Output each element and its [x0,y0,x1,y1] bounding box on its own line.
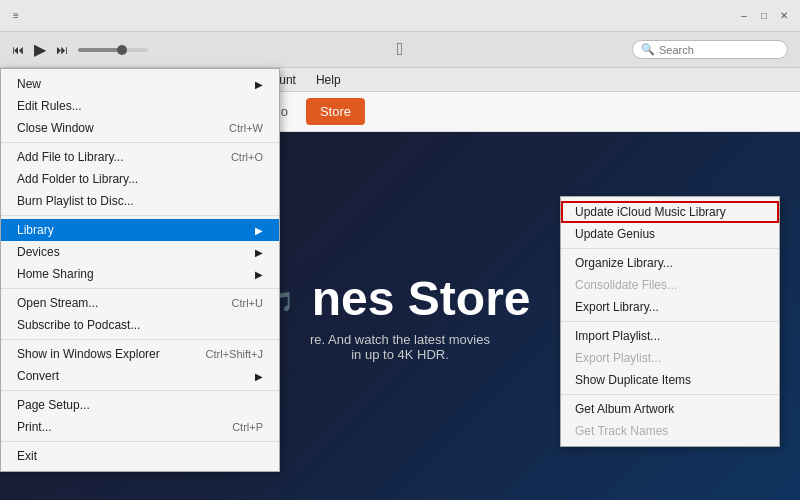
minimize-button[interactable]: – [736,8,752,24]
submenu-get-album-artwork[interactable]: Get Album Artwork [561,398,779,420]
volume-slider[interactable] [78,48,148,52]
tab-store[interactable]: Store [306,98,365,125]
store-subtext: re. And watch the latest movies [269,332,530,347]
maximize-button[interactable]: □ [756,8,772,24]
search-box: 🔍 [632,40,788,59]
title-bar-controls: ≡ [8,8,24,24]
submenu-consolidate-files: Consolidate Files... [561,274,779,296]
file-menu: New▶ Edit Rules... Close WindowCtrl+W Ad… [0,68,280,472]
search-icon: 🔍 [641,43,655,56]
volume-thumb [117,45,127,55]
submenu-show-duplicate[interactable]: Show Duplicate Items [561,369,779,391]
apple-logo:  [397,39,404,60]
submenu-organize-library[interactable]: Organize Library... [561,252,779,274]
search-input[interactable] [659,44,779,56]
submenu-update-icloud[interactable]: Update iCloud Music Library [561,201,779,223]
playback-bar: ⏮ ▶ ⏭  🔍 [0,32,800,68]
menu-item-help[interactable]: Help [306,71,351,89]
menu-add-folder[interactable]: Add Folder to Library... [1,168,279,190]
menu-show-windows-explorer[interactable]: Show in Windows ExplorerCtrl+Shift+J [1,343,279,365]
menu-library[interactable]: Library▶ [1,219,279,241]
forward-button[interactable]: ⏭ [56,43,68,57]
list-view-button[interactable]: ≡ [8,8,24,24]
submenu-get-track-names: Get Track Names [561,420,779,442]
submenu-update-genius[interactable]: Update Genius [561,223,779,245]
menu-edit-rules[interactable]: Edit Rules... [1,95,279,117]
menu-close-window[interactable]: Close WindowCtrl+W [1,117,279,139]
store-subtext2: in up to 4K HDR. [269,347,530,362]
menu-print[interactable]: Print...Ctrl+P [1,416,279,438]
menu-new[interactable]: New▶ [1,73,279,95]
submenu-export-library[interactable]: Export Library... [561,296,779,318]
menu-burn-playlist[interactable]: Burn Playlist to Disc... [1,190,279,212]
play-button[interactable]: ▶ [34,40,46,59]
menu-home-sharing[interactable]: Home Sharing▶ [1,263,279,285]
submenu-export-playlist: Export Playlist... [561,347,779,369]
menu-convert[interactable]: Convert▶ [1,365,279,387]
title-bar: ≡ – □ ✕ [0,0,800,32]
menu-devices[interactable]: Devices▶ [1,241,279,263]
menu-page-setup[interactable]: Page Setup... [1,394,279,416]
window-controls: – □ ✕ [736,8,792,24]
menu-add-file[interactable]: Add File to Library...Ctrl+O [1,146,279,168]
rewind-button[interactable]: ⏮ [12,43,24,57]
close-button[interactable]: ✕ [776,8,792,24]
menu-exit[interactable]: Exit [1,445,279,467]
library-submenu: Update iCloud Music Library Update Geniu… [560,196,780,447]
store-heading: 🎵 nes Store [269,271,530,326]
menu-subscribe-podcast[interactable]: Subscribe to Podcast... [1,314,279,336]
menu-open-stream[interactable]: Open Stream...Ctrl+U [1,292,279,314]
submenu-import-playlist[interactable]: Import Playlist... [561,325,779,347]
